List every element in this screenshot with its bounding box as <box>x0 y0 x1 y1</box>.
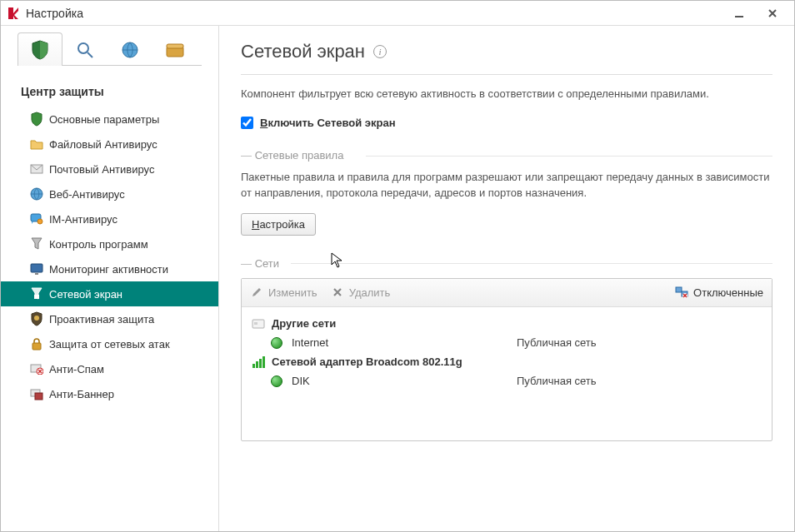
sidebar-item-label: Мониторинг активности <box>49 263 168 276</box>
network-item[interactable]: InternetПубличная сеть <box>252 334 762 352</box>
sidebar-item-почтовый-антивирус[interactable]: Почтовый Антивирус <box>1 157 218 181</box>
enable-firewall-row: Включить Сетевой экран <box>241 117 772 144</box>
tab-update[interactable] <box>108 32 152 66</box>
sidebar-item-label: Защита от сетевых атак <box>49 338 170 351</box>
networks-legend-text: Сети <box>255 257 279 270</box>
funnel-icon <box>29 236 44 251</box>
window-title: Настройка <box>26 7 722 20</box>
pencil-icon <box>250 286 263 299</box>
globe-icon <box>270 375 283 388</box>
sidebar-item-защита-от-сетевых-атак[interactable]: Защита от сетевых атак <box>1 331 218 356</box>
folder-icon <box>29 137 44 152</box>
sidebar-tabstrip <box>1 29 218 66</box>
networks-list: Другие сетиInternetПубличная сетьСетевой… <box>242 307 772 440</box>
sidebar-item-файловый-антивирус[interactable]: Файловый Антивирус <box>1 132 218 157</box>
component-description: Компонент фильтрует всю сетевую активнос… <box>241 75 772 117</box>
sidebar-item-анти-спам[interactable]: Анти-Спам <box>1 356 218 381</box>
sidebar-item-проактивная-защита[interactable]: Проактивная защита <box>1 306 218 331</box>
svg-rect-10 <box>31 264 42 272</box>
svg-rect-19 <box>676 287 682 292</box>
titlebar: Настройка <box>1 1 794 26</box>
tab-advanced[interactable] <box>152 32 198 66</box>
network-item-type: Публичная сеть <box>517 336 597 349</box>
rules-legend-text: Сетевые правила <box>255 149 344 162</box>
networks-legend: Сети <box>241 257 772 270</box>
sidebar-nav: Основные параметрыФайловый АнтивирусПочт… <box>1 107 218 406</box>
kaspersky-logo-icon <box>6 6 21 21</box>
disconnected-icon <box>675 286 688 299</box>
sidebar-item-анти-баннер[interactable]: Анти-Баннер <box>1 381 218 406</box>
globe-update-icon <box>119 39 141 61</box>
svg-point-13 <box>34 316 39 321</box>
sidebar-item-label: Анти-Баннер <box>49 388 114 400</box>
svg-rect-5 <box>167 44 183 48</box>
sidebar-item-label: Сетевой экран <box>49 288 122 301</box>
disconnected-networks-button[interactable]: Отключенные <box>675 286 763 299</box>
svg-line-2 <box>88 52 92 57</box>
delete-network-button[interactable]: Удалить <box>331 286 391 299</box>
sidebar: Центр защиты Основные параметрыФайловый … <box>1 26 219 531</box>
info-icon[interactable]: i <box>373 45 387 58</box>
svg-rect-0 <box>735 16 743 17</box>
sidebar-section-title: Центр защиты <box>1 67 218 107</box>
chat-icon <box>29 211 44 226</box>
close-button[interactable] <box>756 4 789 22</box>
networks-toolbar: Изменить Удалить <box>242 279 772 307</box>
rules-settings-button[interactable]: Настройка <box>241 213 316 236</box>
enable-firewall-label-text: ключить Сетевой экран <box>268 117 395 129</box>
network-item-name: Internet <box>292 336 508 349</box>
proactive-shield-icon <box>29 311 44 326</box>
sidebar-item-сетевой-экран[interactable]: Сетевой экран <box>1 281 218 306</box>
rules-button-text: астройка <box>259 218 305 231</box>
network-item-name: DIK <box>292 375 508 387</box>
sidebar-item-веб-антивирус[interactable]: Веб-Антивирус <box>1 181 218 206</box>
sidebar-item-label: Почтовый Антивирус <box>49 163 154 176</box>
tab-protection[interactable] <box>18 32 62 66</box>
enable-firewall-mnemonic: В <box>260 117 268 129</box>
sidebar-item-label: IM-Антивирус <box>49 213 118 226</box>
network-group-title: Другие сети <box>272 317 336 330</box>
shield-icon <box>29 39 51 61</box>
enable-firewall-checkbox[interactable] <box>241 117 253 129</box>
monitor-icon <box>29 261 44 276</box>
edit-network-button[interactable]: Изменить <box>250 286 318 299</box>
web-globe-icon <box>29 186 44 201</box>
enable-firewall-label[interactable]: Включить Сетевой экран <box>260 117 396 129</box>
antispam-icon <box>29 361 44 376</box>
sidebar-item-label: Контроль программ <box>49 238 148 251</box>
mail-icon <box>29 162 44 177</box>
delete-network-label: Удалить <box>349 286 391 299</box>
rules-description: Пакетные правила и правила для программ … <box>241 170 772 213</box>
tab-scan[interactable] <box>62 32 108 66</box>
minimize-button[interactable] <box>722 4 756 22</box>
svg-rect-11 <box>35 273 38 275</box>
content: Центр защиты Основные параметрыФайловый … <box>1 26 794 531</box>
globe-icon <box>270 336 283 350</box>
page-header: Сетевой экран i <box>241 41 772 75</box>
sidebar-item-label: Веб-Антивирус <box>49 188 125 201</box>
network-group[interactable]: Сетевой адаптер Broadcom 802.11g <box>252 352 762 372</box>
network-group[interactable]: Другие сети <box>252 314 762 334</box>
sidebar-item-мониторинг-активности[interactable]: Мониторинг активности <box>1 256 218 281</box>
sidebar-item-контроль-программ[interactable]: Контроль программ <box>1 231 218 256</box>
sidebar-item-label: Анти-Спам <box>49 363 104 375</box>
network-group-title: Сетевой адаптер Broadcom 802.11g <box>272 355 462 368</box>
network-item[interactable]: DIKПубличная сеть <box>252 372 762 390</box>
sidebar-item-im-антивирус[interactable]: IM-Антивирус <box>1 206 218 231</box>
rules-button-mnemonic: Н <box>252 218 259 231</box>
magnifier-icon <box>74 39 96 61</box>
networks-box: Изменить Удалить <box>241 278 772 441</box>
card-icon <box>252 317 265 331</box>
rules-legend: Сетевые правила <box>241 149 772 162</box>
disconnected-networks-label: Отключенные <box>693 286 763 299</box>
svg-rect-14 <box>32 343 41 350</box>
svg-point-9 <box>38 219 42 224</box>
signal-bars-icon <box>252 355 265 369</box>
x-icon <box>331 286 344 299</box>
sidebar-item-основные-параметры[interactable]: Основные параметры <box>1 107 218 132</box>
svg-rect-12 <box>34 295 39 299</box>
firewall-icon <box>29 286 44 301</box>
sidebar-item-label: Основные параметры <box>49 113 159 126</box>
edit-network-label: Изменить <box>268 286 318 299</box>
network-item-type: Публичная сеть <box>517 375 597 387</box>
